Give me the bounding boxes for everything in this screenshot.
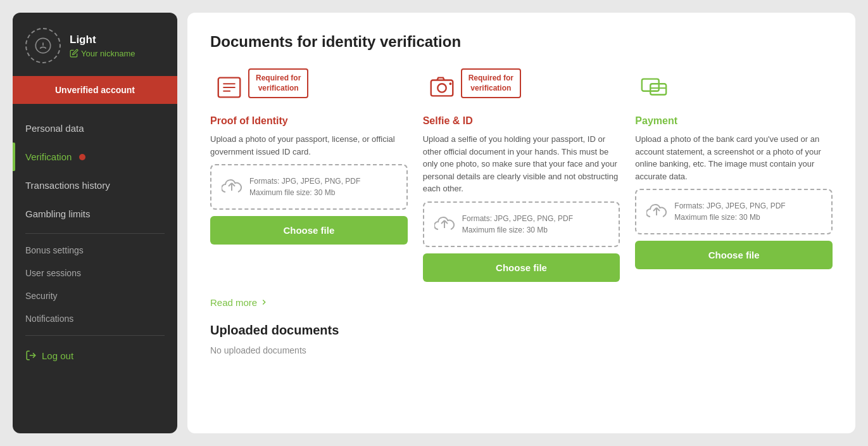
profile-nickname-link[interactable]: Your nickname xyxy=(70,49,135,58)
sidebar-item-security[interactable]: Security xyxy=(13,284,177,307)
avatar[interactable] xyxy=(25,28,61,63)
doc-title-poi: Proof of Identity xyxy=(210,115,408,127)
documents-grid: Required for verification Proof of Ident… xyxy=(210,68,833,282)
choose-file-button-selfie[interactable]: Choose file xyxy=(423,253,620,282)
verification-badge xyxy=(79,154,85,160)
choose-file-button-payment[interactable]: Choose file xyxy=(635,241,833,269)
sidebar-item-sessions[interactable]: User sessions xyxy=(13,262,177,284)
sidebar-item-personal-data[interactable]: Personal data xyxy=(13,114,177,143)
upload-icon-selfie xyxy=(434,214,455,234)
sidebar-item-gambling[interactable]: Gambling limits xyxy=(13,200,177,228)
profile-section: Light Your nickname xyxy=(13,13,177,76)
logout-button[interactable]: Log out xyxy=(13,341,177,370)
upload-zone-poi: Formats: JPG, JPEG, PNG, PDF Maximum fil… xyxy=(210,164,408,210)
doc-desc-selfie: Upload a selfie of you holding your pass… xyxy=(423,133,620,195)
doc-header-payment xyxy=(635,68,833,106)
page-title: Documents for identity verification xyxy=(210,33,833,51)
upload-zone-selfie: Formats: JPG, JPEG, PNG, PDF Maximum fil… xyxy=(423,201,620,247)
chevron-right-icon xyxy=(260,298,268,307)
proof-of-identity-icon xyxy=(210,68,248,106)
svg-rect-5 xyxy=(431,80,453,96)
sidebar: Light Your nickname Unverified account P… xyxy=(13,13,177,433)
nav-divider-1 xyxy=(25,233,165,234)
doc-desc-payment: Upload a photo of the bank card you've u… xyxy=(635,133,833,182)
doc-card-selfie-id: Required for verification Selfie & ID Up… xyxy=(423,68,620,282)
payment-icon xyxy=(635,68,673,106)
upload-info-payment: Formats: JPG, JPEG, PNG, PDF Maximum fil… xyxy=(674,200,785,223)
read-more-link[interactable]: Read more xyxy=(210,297,833,308)
uploaded-docs-title: Uploaded documents xyxy=(210,323,833,338)
sidebar-item-transactions[interactable]: Transactions history xyxy=(13,171,177,200)
profile-name: Light xyxy=(70,34,135,46)
sidebar-nav: Personal data Verification Transactions … xyxy=(13,104,177,433)
sidebar-item-verification[interactable]: Verification xyxy=(13,143,177,171)
doc-card-payment: Payment Upload a photo of the bank card … xyxy=(635,68,833,282)
unverified-button[interactable]: Unverified account xyxy=(13,76,177,104)
nav-divider-2 xyxy=(25,335,165,336)
svg-point-6 xyxy=(437,84,446,92)
required-badge-selfie: Required for verification xyxy=(461,68,521,98)
doc-title-payment: Payment xyxy=(635,115,833,127)
svg-point-7 xyxy=(449,82,451,85)
selfie-id-icon xyxy=(423,68,461,106)
doc-card-proof-of-identity: Required for verification Proof of Ident… xyxy=(210,68,408,282)
upload-icon-poi xyxy=(222,177,242,197)
doc-title-selfie: Selfie & ID xyxy=(423,115,620,127)
sidebar-item-notifications[interactable]: Notifications xyxy=(13,307,177,330)
upload-zone-payment: Formats: JPG, JPEG, PNG, PDF Maximum fil… xyxy=(635,189,833,234)
upload-info-selfie: Formats: JPG, JPEG, PNG, PDF Maximum fil… xyxy=(462,213,573,236)
no-docs-label: No uploaded documents xyxy=(210,345,833,355)
choose-file-button-poi[interactable]: Choose file xyxy=(210,216,408,245)
doc-header-selfie: Required for verification xyxy=(423,68,620,106)
required-badge-poi: Required for verification xyxy=(248,68,308,98)
profile-info: Light Your nickname xyxy=(70,34,135,58)
main-content: Documents for identity verification Requ… xyxy=(187,13,855,433)
upload-icon-payment xyxy=(646,201,667,222)
doc-header-poi: Required for verification xyxy=(210,68,408,106)
sidebar-item-bonus[interactable]: Bonus settings xyxy=(13,239,177,262)
upload-info-poi: Formats: JPG, JPEG, PNG, PDF Maximum fil… xyxy=(249,175,360,198)
doc-desc-poi: Upload a photo of your passport, license… xyxy=(210,133,408,158)
